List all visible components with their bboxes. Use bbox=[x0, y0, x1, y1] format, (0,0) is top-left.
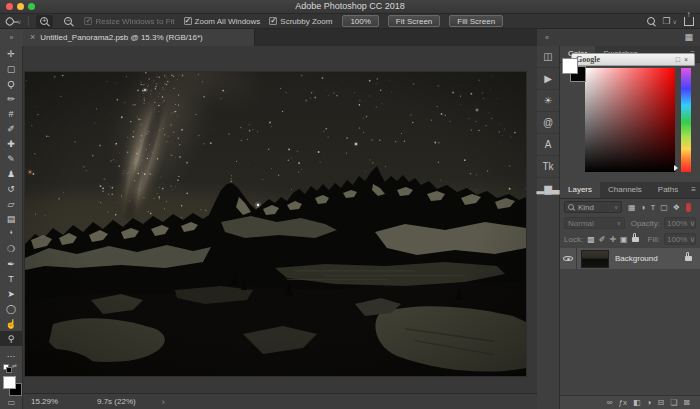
filter-toggle-icon[interactable] bbox=[686, 203, 691, 212]
filter-kind-dropdown[interactable]: Kind ∨ bbox=[564, 201, 622, 213]
document-info[interactable]: 9.7s (22%) bbox=[97, 397, 136, 406]
visibility-cell[interactable] bbox=[560, 248, 577, 269]
zoom-100-button[interactable]: 100% bbox=[342, 15, 378, 27]
dock-collapse-button[interactable]: « bbox=[545, 29, 549, 46]
canvas-pasteboard[interactable] bbox=[23, 46, 537, 393]
layer-row-background[interactable]: Background bbox=[560, 248, 700, 269]
chevron-down-icon: ∨ bbox=[673, 18, 677, 25]
checkbox-zoom-all-windows[interactable]: Zoom All Windows bbox=[184, 17, 261, 26]
crop-tool[interactable]: # bbox=[0, 106, 22, 121]
path-selection-tool[interactable]: ➤ bbox=[0, 286, 22, 301]
lock-all-icon[interactable] bbox=[632, 237, 639, 242]
eye-icon bbox=[563, 254, 573, 263]
tool-icon: ♟ bbox=[7, 169, 15, 179]
pen-tool[interactable]: ✒ bbox=[0, 256, 22, 271]
hue-marker-icon[interactable] bbox=[674, 165, 678, 171]
fill-field[interactable]: 100% ∨ bbox=[664, 233, 696, 245]
toolbar-expand-button[interactable]: » bbox=[0, 29, 23, 46]
lock-label: Lock: bbox=[564, 235, 583, 244]
hue-strip[interactable] bbox=[681, 68, 691, 172]
tab-layers[interactable]: Layers bbox=[560, 182, 600, 198]
opacity-field[interactable]: 100% ∨ bbox=[664, 217, 696, 229]
filter-adjustment-layers-icon[interactable]: ◑ bbox=[641, 203, 646, 212]
filter-type-layers-icon[interactable]: T bbox=[650, 203, 655, 212]
zoom-in-button[interactable]: + bbox=[36, 15, 53, 28]
filter-shape-layers-icon[interactable]: ▢ bbox=[660, 203, 668, 212]
filter-smart-objects-icon[interactable]: ❖ bbox=[673, 203, 680, 212]
clone-stamp-tool[interactable]: ♟ bbox=[0, 166, 22, 181]
zoom-level-field[interactable]: 15.29% bbox=[31, 397, 73, 406]
move-tool[interactable]: ✛ bbox=[0, 46, 22, 61]
lock-transparency-icon[interactable]: ▩ bbox=[587, 235, 595, 244]
checkbox-resize-windows-to-fit[interactable]: Resize Windows to Fit bbox=[84, 17, 174, 26]
share-icon[interactable] bbox=[684, 17, 694, 26]
layer-style-icon[interactable]: ƒx bbox=[619, 398, 627, 407]
gradient-tool[interactable]: ▤ bbox=[0, 211, 22, 226]
clone-source-panel-icon[interactable]: ◫ bbox=[537, 46, 559, 67]
panel-options-icon[interactable]: ▦ bbox=[684, 29, 693, 46]
quick-selection-tool[interactable]: ✏ bbox=[0, 91, 22, 106]
zoom-tool[interactable]: ⚲ bbox=[0, 331, 22, 346]
options-checkboxes: Resize Windows to Fit Zoom All Windows S… bbox=[84, 17, 332, 26]
fit-screen-button[interactable]: Fit Screen bbox=[388, 15, 440, 27]
eyedropper-tool[interactable]: ✐ bbox=[0, 121, 22, 136]
zoom-window-button[interactable] bbox=[28, 3, 35, 10]
actions-panel-icon[interactable]: ▶ bbox=[537, 67, 559, 89]
search-icon[interactable] bbox=[647, 17, 656, 26]
character-styles-panel-icon[interactable]: @ bbox=[537, 111, 559, 133]
blur-tool[interactable]: ❛ bbox=[0, 226, 22, 241]
screen-mode-button[interactable]: ▭ bbox=[0, 398, 23, 407]
new-group-icon[interactable]: ⊟ bbox=[657, 398, 664, 407]
layer-thumbnail[interactable] bbox=[581, 250, 609, 268]
google-floating-window[interactable]: Google □ × bbox=[571, 53, 695, 66]
edit-toolbar-button[interactable]: … bbox=[0, 346, 22, 361]
new-adjustment-layer-icon[interactable]: ◑ bbox=[647, 398, 652, 407]
tab-channels[interactable]: Channels bbox=[600, 182, 650, 198]
canvas-image[interactable] bbox=[25, 72, 526, 376]
close-window-icon[interactable]: × bbox=[682, 56, 690, 63]
brush-tool[interactable]: ✎ bbox=[0, 151, 22, 166]
history-brush-tool[interactable]: ↺ bbox=[0, 181, 22, 196]
current-tool-button[interactable]: ∨ bbox=[6, 17, 21, 26]
filter-pixel-layers-icon[interactable]: ▦ bbox=[628, 203, 636, 212]
checkbox-scrubby-zoom[interactable]: Scrubby Zoom bbox=[269, 17, 332, 26]
dodge-tool[interactable]: ❍ bbox=[0, 241, 22, 256]
type-tool[interactable]: T bbox=[0, 271, 22, 286]
panel-foreground-swatch[interactable] bbox=[562, 58, 578, 74]
add-layer-mask-icon[interactable]: ◧ bbox=[633, 398, 641, 407]
foreground-color-swatch[interactable] bbox=[3, 376, 16, 389]
delete-layer-icon[interactable]: ⊠ bbox=[683, 398, 690, 407]
fill-screen-button[interactable]: Fill Screen bbox=[449, 15, 503, 27]
swap-colors-icon[interactable]: ⇄ bbox=[12, 362, 17, 369]
shape-tool[interactable]: ◯ bbox=[0, 301, 22, 316]
blend-mode-dropdown[interactable]: Normal ∨ bbox=[564, 217, 625, 229]
tool-icon: … bbox=[7, 349, 16, 359]
new-layer-icon[interactable]: ❏ bbox=[670, 398, 677, 407]
saturation-brightness-box[interactable] bbox=[585, 68, 675, 172]
link-layers-icon[interactable]: ∞ bbox=[607, 398, 613, 407]
hand-tool[interactable]: ☝ bbox=[0, 316, 22, 331]
marquee-tool[interactable]: ▢ bbox=[0, 61, 22, 76]
close-window-button[interactable] bbox=[6, 3, 13, 10]
adjustments-panel-icon[interactable]: ☀ bbox=[537, 89, 559, 111]
panel-menu-icon[interactable]: ≡ bbox=[686, 182, 700, 198]
spot-healing-brush-tool[interactable]: ✚ bbox=[0, 136, 22, 151]
lasso-tool[interactable]: Ϙ bbox=[0, 76, 22, 91]
typekit-panel-icon[interactable]: Tk bbox=[537, 155, 559, 177]
default-colors-button[interactable]: ⇄ bbox=[3, 364, 19, 373]
eraser-tool[interactable]: ▱ bbox=[0, 196, 22, 211]
histogram-panel-icon[interactable]: ▂▆▃ bbox=[537, 177, 559, 199]
status-flyout-chevron-icon[interactable]: › bbox=[162, 397, 165, 407]
workspace-switcher[interactable]: ❐ ∨ bbox=[663, 16, 677, 26]
tab-paths[interactable]: Paths bbox=[650, 182, 686, 198]
lock-position-icon[interactable]: ✛ bbox=[609, 235, 616, 244]
close-tab-icon[interactable]: × bbox=[30, 29, 35, 46]
document-tab[interactable]: × Untitled_Panorama2.psb @ 15.3% (RGB/16… bbox=[23, 29, 255, 46]
lock-paint-icon[interactable]: ✐ bbox=[599, 235, 606, 244]
restore-window-icon[interactable]: □ bbox=[674, 56, 682, 63]
lock-artboard-icon[interactable]: ▣ bbox=[620, 235, 628, 244]
glyphs-panel-icon[interactable]: A bbox=[537, 133, 559, 155]
minimize-window-button[interactable] bbox=[17, 3, 24, 10]
zoom-out-button[interactable]: − bbox=[60, 15, 77, 28]
zoom-out-icon: − bbox=[64, 17, 73, 26]
